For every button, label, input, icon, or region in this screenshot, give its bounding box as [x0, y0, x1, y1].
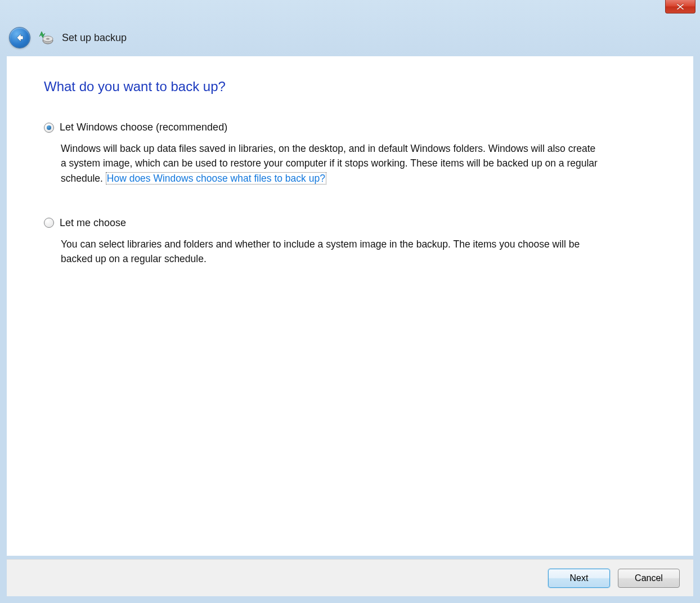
backup-wizard-icon [38, 30, 54, 46]
wizard-title: Set up backup [62, 32, 127, 44]
titlebar [0, 0, 700, 18]
wizard-header: Set up backup [0, 18, 700, 57]
help-link-how-windows-chooses[interactable]: How does Windows choose what files to ba… [106, 172, 326, 184]
option-description-text: You can select libraries and folders and… [61, 238, 580, 264]
back-button[interactable] [9, 27, 30, 48]
option-description: Windows will back up data files saved in… [61, 141, 601, 186]
option-row[interactable]: Let me choose [44, 217, 666, 229]
arrow-left-icon [14, 32, 25, 43]
option-let-me-choose: Let me choose You can select libraries a… [44, 217, 666, 267]
option-let-windows-choose: Let Windows choose (recommended) Windows… [44, 122, 666, 186]
page-heading: What do you want to back up? [44, 79, 666, 94]
svg-point-2 [46, 38, 50, 39]
close-icon [676, 3, 684, 10]
wizard-window: Set up backup What do you want to back u… [0, 0, 700, 603]
wizard-footer: Next Cancel [7, 559, 693, 596]
option-description: You can select libraries and folders and… [61, 237, 601, 267]
next-button[interactable]: Next [548, 569, 610, 588]
content-area: What do you want to back up? Let Windows… [7, 56, 693, 556]
option-label[interactable]: Let me choose [60, 217, 126, 229]
radio-let-windows-choose[interactable] [44, 123, 54, 133]
radio-let-me-choose[interactable] [44, 218, 54, 228]
option-label[interactable]: Let Windows choose (recommended) [60, 122, 227, 133]
option-row[interactable]: Let Windows choose (recommended) [44, 122, 666, 133]
close-button[interactable] [665, 0, 695, 14]
cancel-button[interactable]: Cancel [618, 569, 680, 588]
